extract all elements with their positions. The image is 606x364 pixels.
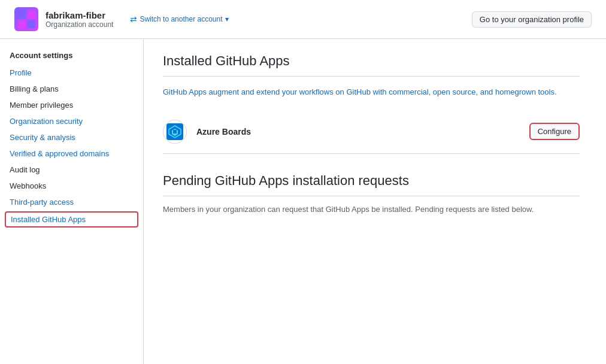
app-item: Azure Boards Configure xyxy=(163,110,580,154)
org-name: fabrikam-fiber xyxy=(46,10,113,20)
sidebar-heading: Account settings xyxy=(0,48,143,65)
switch-account-label: Switch to another account xyxy=(140,15,222,23)
chevron-down-icon: ▾ xyxy=(225,15,229,23)
pending-description: Members in your organization can request… xyxy=(163,204,580,216)
sidebar-item-installed-apps[interactable]: Installed GitHub Apps xyxy=(5,211,138,228)
sidebar-item-security-analysis[interactable]: Security & analysis xyxy=(0,129,143,145)
switch-icon: ⇄ xyxy=(130,14,137,24)
app-item-left: Azure Boards xyxy=(163,120,251,144)
installed-description: GitHub Apps augment and extend your work… xyxy=(163,86,580,98)
pending-section: Pending GitHub Apps installation request… xyxy=(163,173,580,216)
sidebar-item-verified-domains[interactable]: Verified & approved domains xyxy=(0,145,143,162)
org-info: fabrikam-fiber Organization account xyxy=(46,10,113,29)
sidebar-item-audit-log[interactable]: Audit log xyxy=(0,162,143,178)
azure-boards-logo-svg xyxy=(166,123,183,140)
svg-rect-3 xyxy=(173,130,177,134)
page-layout: Account settings Profile Billing & plans… xyxy=(0,39,606,364)
org-type: Organization account xyxy=(46,20,113,29)
sidebar-item-member-privileges[interactable]: Member privileges xyxy=(0,97,143,113)
sidebar-item-billing[interactable]: Billing & plans xyxy=(0,81,143,97)
configure-button[interactable]: Configure xyxy=(529,123,580,140)
app-logo xyxy=(163,120,187,144)
switch-account-link[interactable]: ⇄ Switch to another account ▾ xyxy=(130,14,228,24)
sidebar-item-profile[interactable]: Profile xyxy=(0,65,143,81)
app-name: Azure Boards xyxy=(196,127,251,136)
goto-profile-button[interactable]: Go to your organization profile xyxy=(472,11,592,28)
sidebar-item-webhooks[interactable]: Webhooks xyxy=(0,178,143,194)
header: fabrikam-fiber Organization account ⇄ Sw… xyxy=(0,0,606,39)
installed-title: Installed GitHub Apps xyxy=(163,53,580,77)
sidebar: Account settings Profile Billing & plans… xyxy=(0,39,144,364)
sidebar-item-third-party[interactable]: Third-party access xyxy=(0,194,143,210)
sidebar-item-org-security[interactable]: Organization security xyxy=(0,113,143,129)
main-content: Installed GitHub Apps GitHub Apps augmen… xyxy=(144,39,599,364)
org-avatar xyxy=(14,7,38,31)
header-left: fabrikam-fiber Organization account ⇄ Sw… xyxy=(14,7,229,31)
pending-title: Pending GitHub Apps installation request… xyxy=(163,173,580,196)
